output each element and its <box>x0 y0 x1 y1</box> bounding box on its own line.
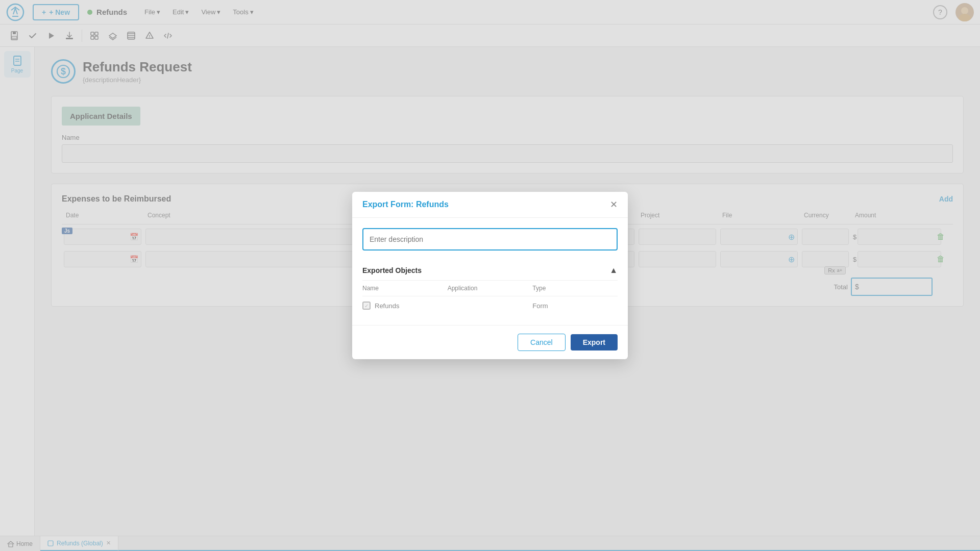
modal-body: Exported Objects ▲ Name Application Type… <box>352 218 628 325</box>
check-mark: ✓ <box>364 303 369 309</box>
object-name-label: Refunds <box>375 302 399 310</box>
col-type-header: Type <box>532 285 618 292</box>
modal-overlay: Export Form: Refunds ✕ Exported Objects … <box>0 0 980 551</box>
object-row-refunds: ✓ Refunds Form <box>362 296 618 315</box>
modal-header: Export Form: Refunds ✕ <box>352 192 628 218</box>
object-checkbox: ✓ <box>362 302 371 310</box>
objects-table-header: Name Application Type <box>362 281 618 296</box>
exported-objects-title: Exported Objects <box>362 266 422 274</box>
exported-objects-section: Exported Objects ▲ <box>362 261 618 281</box>
export-modal: Export Form: Refunds ✕ Exported Objects … <box>352 192 628 359</box>
cancel-button[interactable]: Cancel <box>518 334 566 351</box>
description-input[interactable] <box>362 228 618 251</box>
modal-close-button[interactable]: ✕ <box>610 200 618 209</box>
col-application-header: Application <box>448 285 533 292</box>
chevron-up-icon[interactable]: ▲ <box>609 266 618 275</box>
modal-footer: Cancel Export <box>352 325 628 359</box>
col-name-header: Name <box>362 285 448 292</box>
export-button[interactable]: Export <box>571 334 618 350</box>
modal-title: Export Form: Refunds <box>362 200 449 209</box>
object-checkbox-wrap: ✓ Refunds <box>362 302 448 310</box>
object-type-label: Form <box>532 302 618 310</box>
